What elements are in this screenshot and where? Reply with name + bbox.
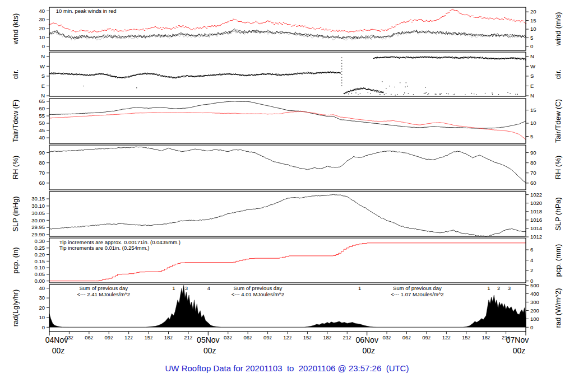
time-label: 00z [203, 346, 216, 355]
svg-text:10 min. peak winds in red: 10 min. peak winds in red [56, 8, 117, 14]
ylabel-left-pcp: pcp. (in) [11, 248, 20, 274]
svg-text:3: 3 [508, 285, 511, 291]
x-axis: 03z06z09z12z15z18z21z03z06z09z12z15z18z2… [45, 332, 529, 355]
date-label: 04Nov [45, 335, 68, 344]
svg-text:1: 1 [487, 285, 490, 291]
panel-border-wind [49, 7, 526, 50]
svg-text:18z: 18z [164, 334, 173, 340]
svg-text:Sum of previous day: Sum of previous day [393, 285, 442, 291]
svg-text:0.25: 0.25 [35, 245, 45, 251]
svg-text:60: 60 [39, 180, 45, 186]
svg-text:06z: 06z [85, 334, 94, 340]
svg-text:5: 5 [530, 35, 533, 41]
panel-pcp: 0.000.050.100.150.200.250.300246pcp. (in… [11, 238, 562, 284]
svg-text:10: 10 [39, 34, 45, 40]
date-label: 07Nov [506, 335, 529, 344]
svg-text:6: 6 [530, 246, 533, 253]
svg-text:12z: 12z [283, 334, 292, 340]
svg-text:20: 20 [39, 305, 45, 311]
svg-text:400: 400 [530, 291, 539, 297]
svg-text:40: 40 [39, 285, 45, 291]
ylabel-right-dir: dir. [554, 69, 562, 79]
chart-title: UW Rooftop Data for 20201103 to 20201106… [0, 363, 574, 373]
svg-text:0.00: 0.00 [35, 278, 45, 284]
svg-text:30: 30 [39, 295, 45, 301]
svg-text:1014: 1014 [530, 225, 542, 231]
svg-text:90: 90 [530, 150, 536, 156]
svg-text:09z: 09z [422, 334, 431, 340]
svg-text:70: 70 [39, 170, 45, 176]
svg-text:N: N [530, 53, 534, 59]
svg-text:18z: 18z [482, 334, 491, 340]
svg-text:1: 1 [172, 285, 175, 291]
svg-text:20: 20 [39, 25, 45, 31]
ylabel-left-slp: SLP (inHg) [11, 196, 20, 231]
svg-text:18z: 18z [323, 334, 332, 340]
svg-text:06z: 06z [244, 334, 253, 340]
panel-rad: 0102030400100200300400500rad(Lgly/hr)rad… [11, 282, 562, 332]
svg-text:70: 70 [530, 170, 536, 176]
svg-text:55: 55 [39, 113, 45, 119]
ylabel-right-rad: rad (W/m^2) [554, 288, 562, 328]
svg-text:S: S [530, 73, 534, 79]
meteogram-chart: 01020304005101520wind (kts)wind (m/s)10 … [0, 0, 574, 392]
svg-text:09z: 09z [263, 334, 272, 340]
svg-text:0.20: 0.20 [35, 251, 45, 258]
svg-text:30.05: 30.05 [31, 210, 45, 216]
svg-text:12z: 12z [124, 334, 133, 340]
svg-text:1012: 1012 [530, 234, 542, 240]
svg-text:10: 10 [530, 120, 536, 126]
svg-text:100: 100 [530, 316, 539, 322]
ylabel-right-pcp: pcp. (mm) [554, 244, 562, 277]
svg-text:2: 2 [530, 267, 533, 273]
svg-text:E: E [41, 83, 45, 89]
date-label: 05Nov [197, 335, 219, 344]
svg-text:03z: 03z [224, 334, 233, 340]
svg-text:2: 2 [497, 285, 500, 291]
svg-text:N: N [530, 92, 534, 99]
svg-text:15: 15 [530, 17, 536, 24]
svg-text:10: 10 [530, 26, 536, 32]
svg-text:4: 4 [207, 285, 210, 291]
svg-text:0.15: 0.15 [35, 258, 45, 264]
svg-text:15z: 15z [303, 334, 312, 340]
uw-rooftop-meteogram: { "title": "UW Rooftop Data for 20201103… [0, 0, 574, 392]
svg-text:3: 3 [185, 285, 188, 291]
ylabel-left-temp: Tair/Tdew (F) [11, 100, 20, 143]
svg-text:06z: 06z [402, 334, 411, 340]
svg-text:80: 80 [39, 160, 45, 166]
svg-text:09z: 09z [105, 334, 114, 340]
ylabel-right-wind: wind (m/s) [554, 12, 562, 46]
svg-text:30.15: 30.15 [31, 195, 45, 202]
svg-text:W: W [40, 63, 45, 69]
svg-text:0.10: 0.10 [35, 264, 45, 270]
svg-text:29.90: 29.90 [31, 231, 45, 237]
svg-text:N: N [41, 53, 45, 59]
panel-wind: 01020304005101520wind (kts)wind (m/s)10 … [11, 7, 562, 50]
svg-text:1016: 1016 [530, 217, 542, 223]
svg-text:S: S [41, 73, 45, 79]
panel-rh: 6070809060708090RH (%)RH (%) [11, 145, 562, 190]
svg-text:21z: 21z [343, 334, 352, 340]
svg-text:15z: 15z [144, 334, 153, 340]
svg-text:60: 60 [39, 105, 45, 111]
svg-text:40: 40 [39, 134, 45, 141]
svg-text:50: 50 [39, 120, 45, 126]
date-label: 06Nov [355, 335, 378, 344]
svg-text:20: 20 [530, 8, 536, 15]
svg-text:W: W [530, 63, 535, 69]
svg-text:1020: 1020 [530, 200, 542, 206]
svg-text:0.05: 0.05 [35, 271, 45, 277]
time-label: 00z [52, 346, 65, 355]
svg-text:30.10: 30.10 [31, 203, 45, 209]
svg-text:0.30: 0.30 [35, 238, 45, 244]
svg-text:5: 5 [530, 133, 533, 139]
svg-text:200: 200 [530, 307, 539, 314]
ylabel-right-temp: Tair/Tdew (C) [554, 99, 562, 143]
svg-text:80: 80 [530, 160, 536, 166]
svg-text:<--- 1.07 MJoules/m^2: <--- 1.07 MJoules/m^2 [391, 291, 443, 297]
ylabel-left-rh: RH (%) [11, 156, 20, 180]
svg-text:45: 45 [39, 127, 45, 133]
svg-text:15: 15 [530, 107, 536, 113]
svg-text:E: E [530, 83, 534, 89]
